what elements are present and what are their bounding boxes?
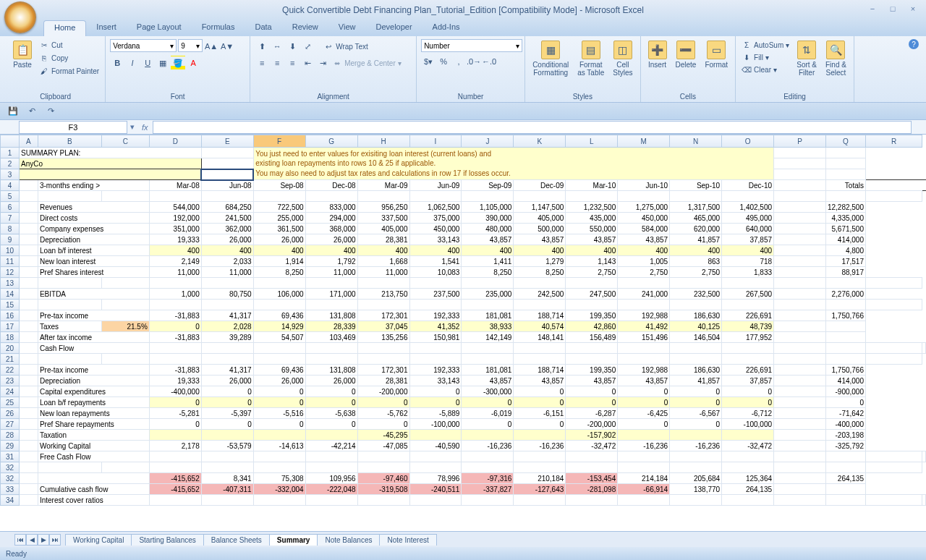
row-header[interactable]: 18 [1,332,20,343]
ribbon-tab-view[interactable]: View [328,20,366,36]
border-button[interactable]: ▦ [156,56,170,70]
ribbon-tab-home[interactable]: Home [43,20,86,36]
redo-icon[interactable]: ↷ [43,104,58,119]
align-middle-icon[interactable]: ↔ [270,39,284,54]
name-box[interactable] [19,121,127,134]
row-header[interactable]: 16 [1,310,20,321]
row-header[interactable]: 9 [1,234,20,245]
col-header-N[interactable]: N [670,135,722,148]
font-color-button[interactable]: A [186,56,200,70]
col-header-H[interactable]: H [357,135,409,148]
dropdown-icon[interactable]: ▾ [127,122,137,132]
merge-center-button[interactable]: ⬌Merge & Center ▾ [331,57,403,69]
ribbon-tab-formulas[interactable]: Formulas [192,20,245,36]
ribbon-tab-developer[interactable]: Developer [365,20,422,36]
copy-button[interactable]: ⎘Copy [38,52,101,64]
sheet-tab-note-balances[interactable]: Note Balances [317,534,380,546]
fx-icon[interactable]: fx [137,123,153,132]
row-header[interactable]: 28 [1,430,20,441]
sheet-tab-note-interest[interactable]: Note Interest [379,534,436,546]
close-icon[interactable]: × [904,3,922,14]
inc-decimal-icon[interactable]: .0→ [467,54,481,69]
shrink-font-icon[interactable]: A▼ [220,39,234,54]
first-sheet-icon[interactable]: ⏮ [14,534,26,546]
fill-button[interactable]: ⬇Fill ▾ [740,51,791,63]
row-header[interactable]: 3 [1,169,20,180]
row-header[interactable]: 8 [1,224,20,234]
clear-button[interactable]: ⌫Clear ▾ [740,64,791,75]
delete-button[interactable]: ➖Delete [673,39,700,70]
row-header[interactable]: 12 [1,267,20,278]
row-header[interactable]: 25 [1,397,20,408]
format-as-table-button[interactable]: ▤Format as Table [574,39,607,78]
office-button[interactable] [4,1,36,33]
col-header-P[interactable]: P [774,135,826,148]
row-header[interactable]: 10 [1,245,20,256]
sheet-tab-starting-balances[interactable]: Starting Balances [131,534,203,546]
paste-button[interactable]: 📋 Paste [10,39,35,70]
grow-font-icon[interactable]: A▲ [204,39,218,54]
col-header-G[interactable]: G [305,135,357,148]
sheet-tab-summary[interactable]: Summary [269,534,318,546]
row-header[interactable]: 15 [1,300,20,310]
align-center-icon[interactable]: ≡ [270,56,284,70]
font-name-combo[interactable]: Verdana▾ [110,39,177,52]
formula-bar[interactable] [153,121,912,134]
comma-button[interactable]: , [451,54,466,69]
col-header-C[interactable]: C [101,135,149,148]
row-header[interactable]: 13 [1,278,20,289]
indent-inc-icon[interactable]: ⇥ [315,56,330,70]
row-header[interactable]: 20 [1,343,20,354]
ribbon-tab-data[interactable]: Data [245,20,281,36]
row-header[interactable]: 29 [1,441,20,451]
bold-button[interactable]: B [110,56,124,70]
ribbon-tab-insert[interactable]: Insert [86,20,127,36]
help-icon[interactable]: ? [909,39,919,49]
row-header[interactable]: 22 [1,365,20,376]
row-header[interactable]: 24 [1,386,20,397]
col-header-L[interactable]: L [566,135,618,148]
row-header[interactable]: 32 [1,473,20,484]
align-top-icon[interactable]: ⬆ [255,39,269,54]
conditional-formatting-button[interactable]: ▦Conditional Formatting [530,39,572,78]
col-header-E[interactable]: E [201,135,253,148]
orientation-icon[interactable]: ⤢ [300,39,315,54]
sort-filter-button[interactable]: ⇅Sort & Filter [794,39,820,78]
align-left-icon[interactable]: ≡ [255,56,269,70]
col-header-J[interactable]: J [462,135,514,148]
cut-button[interactable]: ✂Cut [38,39,101,51]
select-all-corner[interactable] [1,135,20,148]
col-header-B[interactable]: B [38,135,101,148]
currency-button[interactable]: $▾ [421,54,436,69]
prev-sheet-icon[interactable]: ◀ [26,534,38,546]
sheet-tab-working-capital[interactable]: Working Capital [65,534,132,546]
col-header-F[interactable]: F [253,135,305,148]
row-header[interactable]: 26 [1,408,20,419]
col-header-O[interactable]: O [722,135,774,148]
row-header[interactable]: 11 [1,256,20,267]
sheet-tab-balance-sheets[interactable]: Balance Sheets [203,534,270,546]
number-format-combo[interactable]: Number▾ [421,39,522,52]
row-header[interactable]: 7 [1,213,20,224]
last-sheet-icon[interactable]: ⏭ [49,534,61,546]
italic-button[interactable]: I [125,56,140,70]
dec-decimal-icon[interactable]: ←.0 [482,54,496,69]
wrap-text-button[interactable]: ↩Wrap Text [322,41,370,52]
align-bottom-icon[interactable]: ⬇ [285,39,300,54]
format-painter-button[interactable]: 🖌Format Painter [38,65,101,77]
ribbon-tab-page-layout[interactable]: Page Layout [127,20,192,36]
row-header[interactable]: 6 [1,202,20,213]
find-select-button[interactable]: 🔍Find & Select [823,39,849,78]
percent-button[interactable]: % [436,54,451,69]
minimize-icon[interactable]: − [864,3,881,14]
col-header-D[interactable]: D [149,135,201,148]
row-header[interactable]: 4 [1,180,20,191]
align-right-icon[interactable]: ≡ [285,56,300,70]
fill-color-button[interactable]: 🪣 [171,56,185,70]
save-icon[interactable]: 💾 [6,104,20,119]
row-header[interactable]: 2 [1,158,20,169]
row-header[interactable]: 32 [1,462,20,473]
active-cell[interactable] [201,169,253,180]
row-header[interactable]: 14 [1,289,20,300]
col-header-R[interactable]: R [865,135,922,148]
